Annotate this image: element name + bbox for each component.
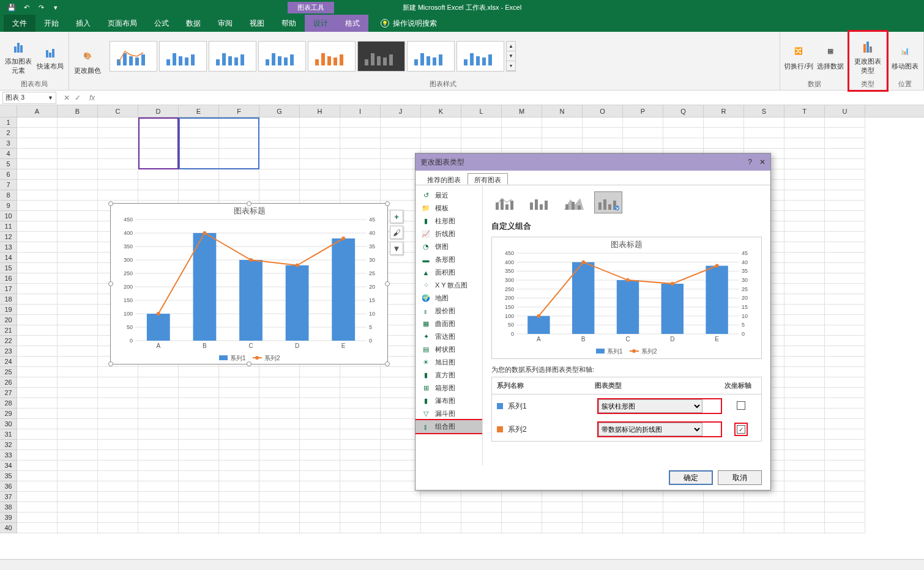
cell[interactable] [825, 263, 865, 273]
cell[interactable] [784, 232, 825, 242]
sidebar-item-map[interactable]: 🌍地图 [415, 292, 482, 305]
cell[interactable] [784, 190, 825, 201]
chart-elements-button[interactable]: + [390, 210, 403, 223]
row-header[interactable]: 18 [0, 294, 17, 305]
cell[interactable] [784, 180, 825, 190]
cell[interactable] [138, 149, 179, 159]
cell[interactable] [179, 117, 219, 128]
cell[interactable] [502, 513, 542, 523]
row-header[interactable]: 29 [0, 409, 17, 419]
dialog-titlebar[interactable]: 更改图表类型 ? ✕ [415, 154, 770, 171]
row-header[interactable]: 16 [0, 273, 17, 284]
cell[interactable] [17, 346, 58, 357]
cell[interactable] [300, 377, 340, 388]
row-header[interactable]: 12 [0, 232, 17, 242]
cell[interactable] [58, 190, 98, 201]
cell[interactable] [784, 450, 825, 461]
cell[interactable] [58, 471, 98, 481]
cell[interactable] [98, 409, 138, 419]
cell[interactable] [583, 117, 623, 128]
cell[interactable] [825, 253, 865, 263]
cell[interactable] [381, 502, 421, 513]
cell[interactable] [17, 294, 58, 305]
cell[interactable] [179, 367, 219, 377]
sidebar-item-radar[interactable]: ✦雷达图 [415, 330, 482, 343]
cell[interactable] [825, 409, 865, 419]
cell[interactable] [98, 523, 138, 533]
row-header[interactable]: 10 [0, 211, 17, 221]
select-all-corner[interactable] [0, 105, 17, 117]
cell[interactable] [663, 492, 704, 502]
cell[interactable] [825, 357, 865, 367]
cell[interactable] [784, 201, 825, 211]
cell[interactable] [340, 159, 381, 169]
cell[interactable] [259, 128, 300, 138]
sidebar-item-pie[interactable]: ◔饼图 [415, 240, 482, 253]
cell[interactable] [825, 315, 865, 325]
row-header[interactable]: 17 [0, 284, 17, 294]
cell[interactable] [421, 128, 461, 138]
cell[interactable] [58, 273, 98, 284]
cell[interactable] [704, 502, 744, 513]
tab-formulas[interactable]: 公式 [146, 15, 177, 32]
cell[interactable] [784, 325, 825, 336]
cell[interactable] [340, 513, 381, 523]
cell[interactable] [98, 367, 138, 377]
cell[interactable] [502, 502, 542, 513]
cell[interactable] [138, 169, 179, 180]
cell[interactable] [58, 169, 98, 180]
row-header[interactable]: 21 [0, 325, 17, 336]
cell[interactable] [58, 117, 98, 128]
cell[interactable] [825, 429, 865, 440]
cell[interactable] [17, 471, 58, 481]
chart-filters-button[interactable]: ▼ [390, 242, 403, 255]
cell[interactable] [259, 492, 300, 502]
cell[interactable] [219, 481, 259, 492]
cell[interactable] [219, 502, 259, 513]
cell[interactable] [98, 492, 138, 502]
sidebar-item-surface[interactable]: ▦曲面图 [415, 317, 482, 330]
cell[interactable] [219, 377, 259, 388]
cell[interactable] [744, 128, 784, 138]
dialog-tab-recommended[interactable]: 推荐的图表 [420, 173, 468, 185]
cell[interactable] [784, 149, 825, 159]
cell[interactable] [58, 429, 98, 440]
sidebar-item-funnel[interactable]: ▽漏斗图 [415, 407, 482, 420]
cell[interactable] [58, 409, 98, 419]
cell[interactable] [300, 128, 340, 138]
cell[interactable] [58, 138, 98, 149]
series2-secondary-checkbox[interactable]: ✓ [737, 425, 745, 434]
cell[interactable] [179, 450, 219, 461]
cell[interactable] [17, 440, 58, 450]
column-header[interactable]: P [623, 105, 663, 117]
cell[interactable] [340, 502, 381, 513]
cell[interactable] [461, 117, 502, 128]
cell[interactable] [17, 502, 58, 513]
cell[interactable] [259, 419, 300, 429]
cell[interactable] [259, 159, 300, 169]
cell[interactable] [138, 461, 179, 471]
sidebar-item-templates[interactable]: 📁模板 [415, 202, 482, 215]
cell[interactable] [259, 409, 300, 419]
column-header[interactable]: G [259, 105, 300, 117]
cell[interactable] [219, 388, 259, 398]
cell[interactable] [259, 388, 300, 398]
cell[interactable] [381, 513, 421, 523]
cell[interactable] [825, 190, 865, 201]
cell[interactable] [58, 315, 98, 325]
row-header[interactable]: 6 [0, 169, 17, 180]
cell[interactable] [784, 419, 825, 429]
cell[interactable] [17, 461, 58, 471]
cell[interactable] [825, 159, 865, 169]
row-header[interactable]: 30 [0, 419, 17, 429]
cell[interactable] [825, 211, 865, 221]
cell[interactable] [784, 409, 825, 419]
cell[interactable] [825, 523, 865, 533]
row-header[interactable]: 38 [0, 502, 17, 513]
cell[interactable] [784, 429, 825, 440]
cell[interactable] [784, 253, 825, 263]
column-header[interactable]: N [542, 105, 583, 117]
cell[interactable] [784, 377, 825, 388]
combo-subtype-1[interactable] [491, 191, 520, 213]
row-header[interactable]: 9 [0, 201, 17, 211]
